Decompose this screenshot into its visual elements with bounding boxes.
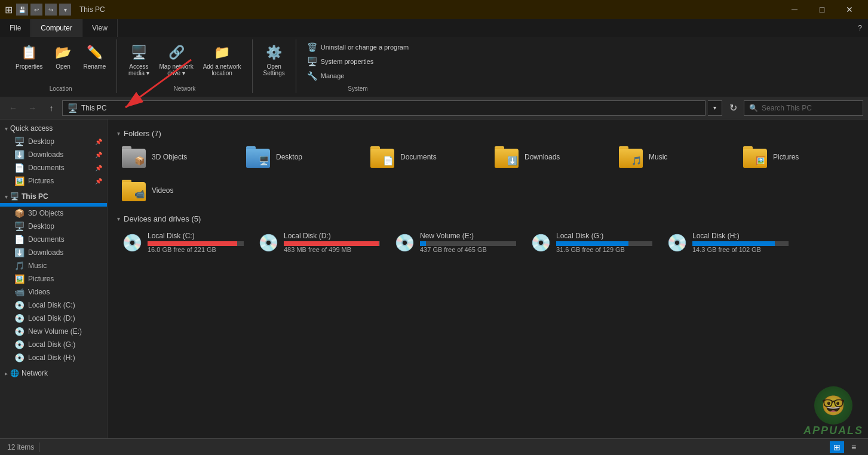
uninstall-button[interactable]: 🗑️ Uninstall or change a program xyxy=(303,41,412,54)
sidebar-item-documents-qa[interactable]: 📄 Documents 📌 xyxy=(0,161,107,174)
sidebar-downloads-label: Downloads xyxy=(28,150,63,159)
sidebar-item-desktop[interactable]: 🖥️ Desktop 📌 xyxy=(0,135,107,148)
sidebar-item-music-pc[interactable]: 🎵 Music xyxy=(0,259,107,272)
location-group-label: Location xyxy=(50,85,72,92)
minimize-button[interactable]: ─ xyxy=(781,0,808,19)
address-path[interactable]: 🖥️ This PC xyxy=(62,100,706,116)
drive-g-header: 💿 Local Disk (G:) 31.6 GB free of 129 GB xyxy=(530,232,652,253)
documents-pc-icon: 📄 xyxy=(14,235,24,244)
sidebar-item-downloads-qa[interactable]: ⬇️ Downloads 📌 xyxy=(0,148,107,161)
statusbar-right: ⊞ ≡ xyxy=(830,441,861,453)
drive-e-bar xyxy=(420,241,426,246)
sidebar-item-3dobjects[interactable]: 📦 3D Objects xyxy=(0,207,107,220)
sidebar-item-videos[interactable]: 📹 Videos xyxy=(0,285,107,299)
qa-dropdown-btn[interactable]: ▾ xyxy=(59,4,71,16)
folder-downloads[interactable]: ⬇️ Downloads xyxy=(490,143,609,171)
address-dropdown[interactable]: ▾ xyxy=(708,100,722,116)
sidebar-item-documents-pc[interactable]: 📄 Documents xyxy=(0,233,107,246)
folder-videos[interactable]: 📹 Videos xyxy=(117,176,237,205)
folder-music[interactable]: 🎵 Music xyxy=(614,143,734,171)
search-placeholder: Search This PC xyxy=(762,104,812,112)
folder-documents[interactable]: 📄 Documents xyxy=(366,143,485,171)
map-network-button[interactable]: 🔗 Map networkdrive ▾ xyxy=(155,41,197,79)
drive-d-free: 483 MB free of 499 MB xyxy=(284,246,380,253)
folder-3d-icon: 📦 xyxy=(122,146,146,168)
tab-view[interactable]: View xyxy=(82,19,118,37)
add-network-button[interactable]: 📁 Add a networklocation xyxy=(200,41,245,79)
back-button[interactable]: ← xyxy=(5,100,22,116)
properties-button[interactable]: 📋 Properties xyxy=(12,41,47,72)
drive-e-header: 💿 New Volume (E:) 437 GB free of 465 GB xyxy=(394,232,516,253)
forward-button[interactable]: → xyxy=(24,100,41,116)
ribbon-help[interactable]: ? xyxy=(852,19,868,37)
sidebar-item-downloads-pc[interactable]: ⬇️ Downloads xyxy=(0,246,107,259)
address-text: This PC xyxy=(81,104,107,112)
quick-access-label: Quick access xyxy=(10,124,53,133)
qa-undo-btn[interactable]: ↩ xyxy=(30,4,42,16)
drive-e-info: New Volume (E:) 437 GB free of 465 GB xyxy=(420,232,516,253)
disk-g-icon: 💿 xyxy=(14,340,24,349)
drive-c-free: 16.0 GB free of 221 GB xyxy=(148,246,244,253)
drive-h[interactable]: 💿 Local Disk (H:) 14.3 GB free of 102 GB xyxy=(662,228,793,257)
system-properties-button[interactable]: 🖥️ System properties xyxy=(303,55,412,68)
search-box[interactable]: 🔍 Search This PC xyxy=(744,100,863,116)
maximize-button[interactable]: □ xyxy=(808,0,836,19)
network-section-header[interactable]: ▸ 🌐 Network xyxy=(0,367,107,380)
sidebar-local-h-label: Local Disk (H:) xyxy=(28,353,75,362)
rename-button[interactable]: ✏️ Rename xyxy=(80,41,110,72)
open-button[interactable]: 📂 Open xyxy=(49,41,78,72)
main-area: ▾ Quick access 🖥️ Desktop 📌 ⬇️ Downloads… xyxy=(0,119,868,438)
folders-section-header[interactable]: ▾ Folders (7) xyxy=(117,129,858,138)
open-settings-button[interactable]: ⚙️ OpenSettings xyxy=(260,41,289,79)
sidebar-documents-label: Documents xyxy=(28,164,65,172)
folder-docs-name: Documents xyxy=(400,153,437,161)
sidebar-item-new-volume-e[interactable]: 💿 New Volume (E:) xyxy=(0,325,107,338)
open-settings-icon: ⚙️ xyxy=(265,43,284,62)
manage-button[interactable]: 🔧 Manage xyxy=(303,69,412,82)
sidebar-item-desktop-pc[interactable]: 🖥️ Desktop xyxy=(0,220,107,233)
details-view-btn[interactable]: ≡ xyxy=(846,441,861,453)
sidebar-item-local-h[interactable]: 💿 Local Disk (H:) xyxy=(0,351,107,364)
drive-c-icon: 💿 xyxy=(122,233,143,253)
sidebar-desktop-label: Desktop xyxy=(28,137,54,146)
sidebar-item-pictures-pc[interactable]: 🖼️ Pictures xyxy=(0,272,107,285)
close-button[interactable]: ✕ xyxy=(836,0,863,19)
drive-d-bar-container xyxy=(284,241,380,246)
sidebar-item-pictures-qa[interactable]: 🖼️ Pictures 📌 xyxy=(0,174,107,187)
network-label: Network xyxy=(22,369,48,377)
drive-d-info: Local Disk (D:) 483 MB free of 499 MB xyxy=(284,232,380,253)
drive-c[interactable]: 💿 Local Disk (C:) 16.0 GB free of 221 GB xyxy=(117,228,249,257)
sidebar-documents-pc-label: Documents xyxy=(28,235,65,244)
drive-d-bar xyxy=(284,241,379,246)
tab-computer[interactable]: Computer xyxy=(31,19,82,37)
folder-pictures[interactable]: 🖼️ Pictures xyxy=(738,143,858,171)
this-pc-header[interactable]: ▾ 🖥️ This PC xyxy=(0,190,107,203)
folder-3dobjects[interactable]: 📦 3D Objects xyxy=(117,143,237,171)
drive-e[interactable]: 💿 New Volume (E:) 437 GB free of 465 GB xyxy=(389,228,521,257)
tab-file[interactable]: File xyxy=(0,19,31,37)
sidebar-item-local-c[interactable]: 💿 Local Disk (C:) xyxy=(0,299,107,312)
uninstall-label: Uninstall or change a program xyxy=(321,44,409,51)
refresh-button[interactable]: ↻ xyxy=(725,100,741,116)
qa-save-btn[interactable]: 💾 xyxy=(16,4,28,16)
large-icons-view-btn[interactable]: ⊞ xyxy=(830,441,844,453)
pin-icon: 📌 xyxy=(95,139,102,145)
drive-g-free: 31.6 GB free of 129 GB xyxy=(556,246,652,253)
folder-desktop[interactable]: 🖥️ Desktop xyxy=(241,143,361,171)
sidebar-local-c-label: Local Disk (C:) xyxy=(28,301,75,309)
folder-docs-icon: 📄 xyxy=(370,146,394,168)
this-pc-label: This PC xyxy=(22,192,48,201)
drive-g[interactable]: 💿 Local Disk (G:) 31.6 GB free of 129 GB xyxy=(526,228,657,257)
sidebar-item-local-d[interactable]: 💿 Local Disk (D:) xyxy=(0,312,107,325)
system-properties-label: System properties xyxy=(321,58,374,65)
system-group-label: System xyxy=(348,85,367,92)
quick-access-header[interactable]: ▾ Quick access xyxy=(0,122,107,135)
drive-c-name: Local Disk (C:) xyxy=(148,232,244,240)
drive-d[interactable]: 💿 Local Disk (D:) 483 MB free of 499 MB xyxy=(253,228,385,257)
drives-section-header[interactable]: ▾ Devices and drives (5) xyxy=(117,214,858,223)
manage-label: Manage xyxy=(321,72,345,79)
sidebar-item-local-g[interactable]: 💿 Local Disk (G:) xyxy=(0,338,107,351)
access-media-button[interactable]: 🖥️ Accessmedia ▾ xyxy=(124,41,153,79)
up-button[interactable]: ↑ xyxy=(43,100,60,116)
qa-redo-btn[interactable]: ↪ xyxy=(45,4,57,16)
